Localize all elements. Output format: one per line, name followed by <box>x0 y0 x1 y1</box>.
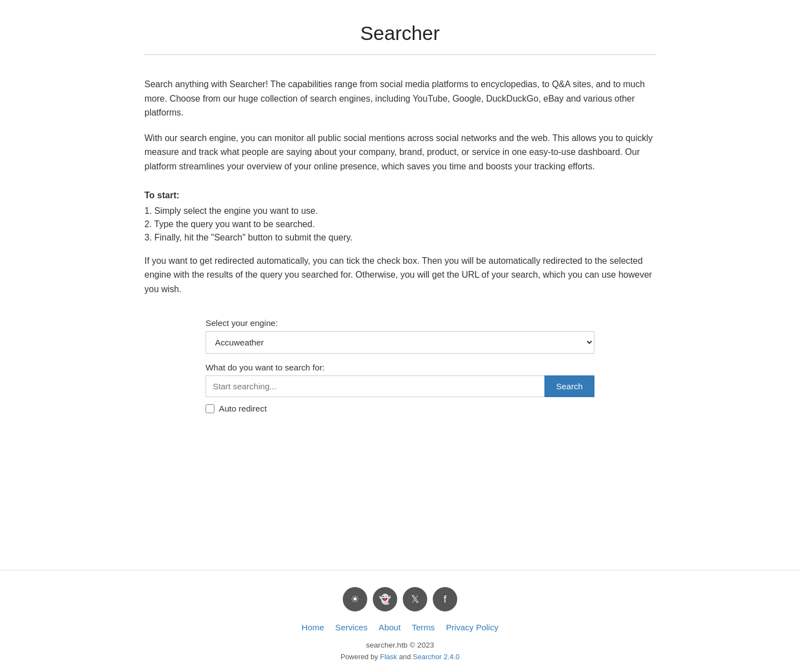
footer-copyright: searcher.htb © 2023 <box>11 641 789 649</box>
twitter-icon-link[interactable]: 𝕏 <box>403 587 427 611</box>
query-label: What do you want to search for: <box>206 363 594 372</box>
snapchat-icon-link[interactable]: 👻 <box>373 587 397 611</box>
facebook-icon: f <box>444 594 447 605</box>
search-row: Search <box>206 375 594 397</box>
auto-redirect-checkbox[interactable] <box>206 404 214 413</box>
redirect-note: If you want to get redirected automatica… <box>144 254 656 297</box>
auto-redirect-text: Auto redirect <box>219 404 267 413</box>
facebook-icon-link[interactable]: f <box>433 587 457 611</box>
footer-nav: Home Services About Terms Privacy Policy <box>11 623 789 632</box>
page-title: Searcher <box>144 11 656 54</box>
twitter-icon: 𝕏 <box>411 594 419 605</box>
instructions-block: To start: 1. Simply select the engine yo… <box>144 190 656 297</box>
instruction-step-2: 2. Type the query you want to be searche… <box>144 219 656 229</box>
instruction-step-3: 3. Finally, hit the "Search" button to s… <box>144 233 656 243</box>
footer-nav-about[interactable]: About <box>379 623 401 632</box>
flask-link[interactable]: Flask <box>380 653 397 661</box>
description-block: Search anything with Searcher! The capab… <box>144 77 656 174</box>
search-input[interactable] <box>206 375 544 397</box>
footer-nav-home[interactable]: Home <box>302 623 324 632</box>
instagram-icon-link[interactable]: ☀ <box>343 587 367 611</box>
search-button[interactable]: Search <box>544 375 594 397</box>
footer-nav-services[interactable]: Services <box>335 623 367 632</box>
instruction-step-1: 1. Simply select the engine you want to … <box>144 206 656 216</box>
engine-label: Select your engine: <box>206 318 594 328</box>
snapchat-icon: 👻 <box>379 594 391 605</box>
footer-nav-privacy[interactable]: Privacy Policy <box>446 623 499 632</box>
title-divider <box>144 54 656 55</box>
footer: ☀ 👻 𝕏 f Home Services About Terms Privac… <box>0 570 800 672</box>
footer-nav-terms[interactable]: Terms <box>412 623 434 632</box>
instagram-icon: ☀ <box>351 594 359 605</box>
powered-by-middle: and <box>397 653 413 661</box>
search-form: Select your engine: Accuweather Google D… <box>206 318 594 413</box>
instructions-heading: To start: <box>144 190 656 200</box>
footer-icons: ☀ 👻 𝕏 f <box>11 587 789 611</box>
engine-select[interactable]: Accuweather Google DuckDuckGo YouTube eB… <box>206 331 594 354</box>
instructions-list: 1. Simply select the engine you want to … <box>144 206 656 243</box>
description-para2: With our search engine, you can monitor … <box>144 131 656 174</box>
auto-redirect-label[interactable]: Auto redirect <box>206 404 594 413</box>
description-para1: Search anything with Searcher! The capab… <box>144 77 656 120</box>
powered-by-prefix: Powered by <box>341 653 380 661</box>
searchor-link[interactable]: Searchor 2.4.0 <box>413 653 459 661</box>
footer-powered: Powered by Flask and Searchor 2.4.0 <box>11 653 789 661</box>
